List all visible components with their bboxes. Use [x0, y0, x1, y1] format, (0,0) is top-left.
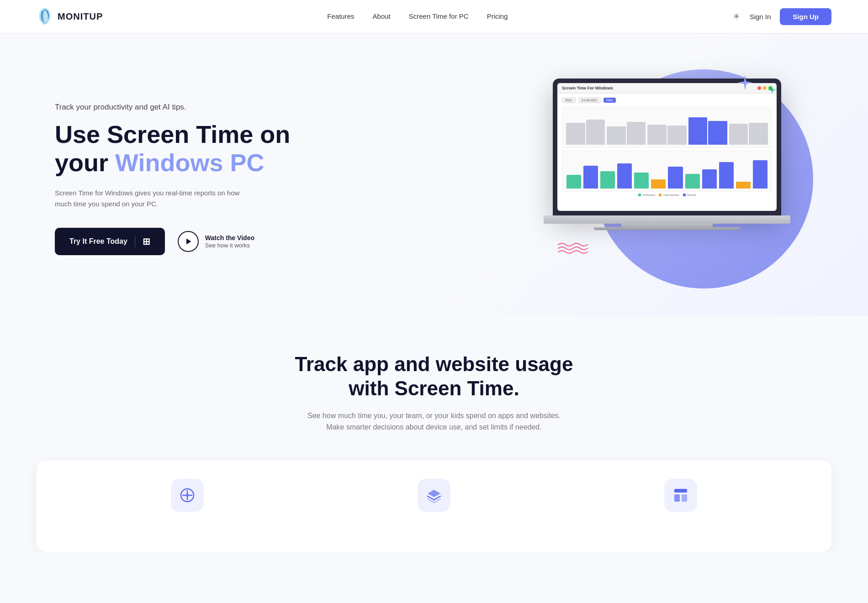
bar-group-tue	[607, 122, 646, 145]
bar-colored-8	[685, 174, 700, 189]
bar-colored-11	[736, 182, 751, 189]
bar-colored-3	[600, 171, 615, 189]
legend-dot-blue	[683, 194, 686, 196]
hero-title: Use Screen Time on your Windows PC	[55, 120, 292, 177]
bar-tue-1	[607, 126, 626, 145]
nav-pricing[interactable]: Pricing	[487, 12, 508, 20]
bar-colored-9	[702, 169, 717, 189]
app-store-icon	[179, 487, 196, 503]
hero-section: Track your productivity and get AI tips.…	[0, 33, 868, 316]
bar-mon-2	[586, 120, 605, 145]
legend-dot-green	[638, 194, 641, 196]
sparkle-small-icon	[767, 85, 777, 97]
heading-line2: with Screen Time.	[349, 377, 519, 399]
bar-group-wed	[647, 125, 686, 145]
hero-subtitle: Track your productivity and get AI tips.	[55, 103, 292, 112]
svg-rect-3	[674, 494, 680, 502]
bar-group-mon	[566, 120, 605, 145]
video-line2: See how it works	[205, 242, 254, 250]
close-dot	[757, 86, 761, 90]
bar-wed-2	[667, 126, 687, 145]
hero-actions: Try It Free Today ⊞ Watch the Video See …	[55, 228, 292, 255]
date-input: 14.08.2021	[578, 97, 601, 103]
cards-row	[37, 461, 831, 552]
video-link[interactable]: Watch the Video See how it works	[178, 231, 254, 252]
bar-wed-1	[647, 125, 667, 145]
laptop-illustration: Screen Time For Windows 2021 14.08.2021 …	[539, 79, 795, 230]
hero-right: Screen Time For Windows 2021 14.08.2021 …	[539, 60, 813, 298]
bar-colored-1	[566, 175, 581, 189]
nav-features[interactable]: Features	[327, 12, 354, 20]
layers-icon-wrap	[418, 479, 450, 512]
bar-fri-1	[729, 124, 748, 145]
sun-icon: ☀	[732, 11, 741, 22]
bar-colored-4	[617, 163, 632, 189]
svg-point-1	[185, 493, 189, 497]
legend-label-unproductive: Unproductive	[663, 194, 679, 196]
section-track: Track app and website usage with Screen …	[0, 316, 868, 442]
svg-rect-2	[674, 489, 687, 493]
min-dot	[763, 86, 767, 90]
section-heading: Track app and website usage with Screen …	[37, 352, 831, 401]
heading-line1: Track app and website usage	[295, 353, 573, 375]
section-description: See how much time you, your team, or you…	[306, 410, 562, 433]
video-line1: Watch the Video	[205, 234, 254, 242]
bar-colored-5	[634, 173, 649, 189]
svg-rect-4	[682, 494, 687, 502]
video-text: Watch the Video See how it works	[205, 234, 254, 250]
logo-link[interactable]: MONITUP	[37, 7, 103, 26]
logo-icon	[37, 7, 53, 26]
sparkle-big-icon	[736, 74, 754, 95]
layers-icon	[426, 487, 442, 503]
signup-button[interactable]: Sign Up	[780, 8, 831, 25]
screen-toolbar: 2021 14.08.2021 Filter	[562, 97, 772, 103]
hero-description: Screen Time for Windows gives you real-t…	[55, 188, 247, 210]
bar-colored-10	[719, 162, 734, 189]
windows-icon: ⊞	[135, 236, 150, 247]
legend-label-neutral: Neutral	[687, 194, 696, 196]
bar-colored-2	[583, 166, 598, 189]
bar-tue-2	[627, 122, 646, 145]
hero-title-highlight: Windows PC	[115, 149, 265, 176]
top-chart	[562, 107, 772, 148]
nav-actions: ☀ Sign In Sign Up	[732, 8, 831, 25]
bar-thu-2	[708, 121, 727, 145]
signin-button[interactable]: Sign In	[750, 13, 771, 21]
waves-decoration	[557, 241, 589, 257]
cta-button[interactable]: Try It Free Today ⊞	[55, 228, 165, 255]
bar-fri-2	[749, 123, 768, 145]
legend-neutral: Neutral	[683, 194, 696, 196]
play-button	[178, 231, 199, 252]
nav-screen-time-pc[interactable]: Screen Time for PC	[409, 12, 469, 20]
layout-icon	[672, 487, 689, 503]
legend-productive: Productive	[638, 194, 655, 196]
bar-colored-7	[668, 167, 683, 189]
play-icon	[185, 238, 192, 245]
bar-thu-1	[688, 117, 708, 145]
laptop-screen: Screen Time For Windows 2021 14.08.2021 …	[557, 83, 777, 211]
filter-button: Filter	[603, 98, 616, 103]
navbar: MONITUP Features About Screen Time for P…	[0, 0, 868, 33]
card-app-store	[64, 479, 311, 534]
cta-label: Try It Free Today	[69, 237, 127, 246]
year-select: 2021	[562, 97, 576, 103]
bar-group-fri	[729, 123, 768, 145]
layout-icon-wrap	[664, 479, 697, 512]
brand-name: MONITUP	[58, 11, 103, 22]
nav-links: Features About Screen Time for PC Pricin…	[327, 12, 508, 21]
bottom-chart	[562, 151, 772, 192]
screen-app-title: Screen Time For Windows	[562, 86, 613, 90]
card-layout	[557, 479, 804, 534]
card-layers	[311, 479, 557, 534]
laptop-screen-outer: Screen Time For Windows 2021 14.08.2021 …	[553, 79, 781, 215]
hero-left: Track your productivity and get AI tips.…	[55, 103, 292, 255]
legend-unproductive: Unproductive	[659, 194, 679, 196]
legend-label-productive: Productive	[642, 194, 655, 196]
bar-group-thu	[688, 117, 727, 145]
chart-legend: Productive Unproductive Neutral	[562, 194, 772, 196]
bar-colored-6	[651, 179, 666, 189]
laptop-foot	[594, 227, 740, 230]
nav-about[interactable]: About	[373, 12, 391, 20]
theme-toggle-button[interactable]: ☀	[732, 11, 741, 22]
legend-dot-orange	[659, 194, 662, 196]
